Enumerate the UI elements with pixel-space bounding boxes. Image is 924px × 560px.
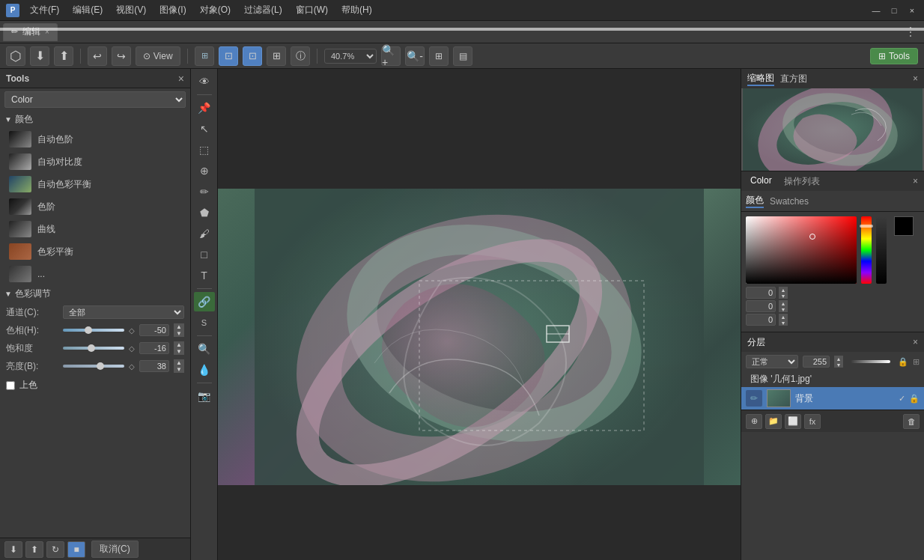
tools-panel-close[interactable]: × bbox=[178, 73, 184, 85]
minimize-button[interactable]: — bbox=[870, 4, 882, 16]
opacity-spin-up[interactable]: ▲ bbox=[834, 356, 843, 362]
hue-slider-thumb[interactable] bbox=[85, 326, 92, 334]
hue-bar[interactable] bbox=[861, 216, 872, 284]
bright-input[interactable] bbox=[139, 360, 169, 372]
panel-bottom-btn-1[interactable]: ⬇ bbox=[4, 541, 22, 558]
color-g-input[interactable] bbox=[746, 300, 776, 312]
bright-slider-track[interactable] bbox=[63, 365, 124, 368]
cancel-button[interactable]: 取消(C) bbox=[91, 541, 139, 558]
toolbar-transform-btn[interactable]: ⊞ bbox=[195, 46, 214, 66]
icon-dropper[interactable]: 💧 bbox=[194, 360, 215, 380]
tools-dropdown[interactable]: Color bbox=[4, 91, 186, 108]
icon-fill[interactable]: ⬟ bbox=[194, 203, 215, 222]
menu-file[interactable]: 文件(F) bbox=[24, 2, 65, 18]
opacity-input[interactable] bbox=[803, 356, 830, 368]
icon-search[interactable]: 🔍 bbox=[194, 339, 215, 359]
toolbar-export-btn[interactable]: ⬆ bbox=[54, 46, 73, 66]
hue-spin-up[interactable]: ▲ bbox=[174, 323, 184, 330]
zoom-in-btn[interactable]: 🔍+ bbox=[381, 46, 401, 66]
section-color-header[interactable]: ▼ 颜色 bbox=[0, 111, 190, 128]
toolbar-grid-btn[interactable]: ⊞ bbox=[267, 46, 286, 66]
icon-brush[interactable]: 🖌 bbox=[194, 224, 215, 243]
color-tab-ops[interactable]: 操作列表 bbox=[781, 175, 823, 188]
hue-input[interactable]: -50 bbox=[139, 324, 169, 336]
canvas-viewport[interactable] bbox=[218, 69, 741, 560]
tool-item-auto-levels[interactable]: 自动色阶 bbox=[0, 128, 190, 150]
tool-item-curves[interactable]: 曲线 bbox=[0, 218, 190, 240]
menu-edit[interactable]: 编辑(E) bbox=[67, 2, 109, 18]
layout-btn[interactable]: ▤ bbox=[453, 46, 472, 66]
toolbar-move-btn[interactable]: ⊡ bbox=[243, 46, 262, 66]
color-panel-close[interactable]: × bbox=[913, 176, 918, 186]
toolbar-undo-btn[interactable]: ↩ bbox=[88, 46, 107, 66]
tools-panel-btn[interactable]: ⊞ Tools bbox=[870, 48, 918, 64]
maximize-button[interactable]: □ bbox=[888, 4, 900, 16]
color-r-spin-down[interactable]: ▼ bbox=[779, 293, 788, 299]
sat-slider-track[interactable] bbox=[63, 347, 124, 350]
layers-delete-btn[interactable]: 🗑 bbox=[903, 414, 920, 429]
icon-select[interactable]: ⬚ bbox=[194, 140, 215, 159]
layer-visibility-icon[interactable]: ✓ bbox=[896, 393, 907, 404]
color-r-input[interactable] bbox=[746, 287, 776, 299]
layers-panel-close[interactable]: × bbox=[913, 337, 918, 347]
channel-select[interactable]: 全部 bbox=[63, 305, 184, 319]
color-g-spin-up[interactable]: ▲ bbox=[779, 300, 788, 306]
zoom-out-btn[interactable]: 🔍- bbox=[405, 46, 425, 66]
zoom-select[interactable]: 40.7% bbox=[324, 49, 377, 64]
color-b-spin-down[interactable]: ▼ bbox=[779, 320, 788, 326]
icon-link[interactable]: 🔗 bbox=[194, 292, 215, 311]
sat-slider-thumb[interactable] bbox=[88, 344, 95, 352]
toolbar-info-btn[interactable]: ⓘ bbox=[291, 46, 310, 66]
foreground-color[interactable] bbox=[894, 216, 914, 236]
toolbar-new-btn[interactable]: ⬡ bbox=[6, 46, 25, 66]
color-b-input[interactable] bbox=[746, 314, 776, 326]
bright-slider-thumb[interactable] bbox=[97, 362, 104, 370]
toolbar-select-btn[interactable]: ⊡ bbox=[219, 46, 238, 66]
toolbar-import-btn[interactable]: ⬇ bbox=[30, 46, 49, 66]
upper-color-checkbox[interactable] bbox=[6, 381, 15, 390]
menu-object[interactable]: 对象(O) bbox=[194, 2, 237, 18]
bright-spin-up[interactable]: ▲ bbox=[174, 359, 184, 366]
panel-bottom-btn-active[interactable]: ■ bbox=[67, 541, 85, 558]
sat-spin-up[interactable]: ▲ bbox=[174, 341, 184, 348]
icon-crosshair[interactable]: ⊕ bbox=[194, 161, 215, 180]
alpha-bar[interactable] bbox=[876, 216, 887, 284]
tab-edit[interactable]: ✏ 编辑 × bbox=[3, 23, 58, 41]
icon-text[interactable]: T bbox=[194, 266, 215, 285]
toolbar-redo-btn[interactable]: ↪ bbox=[112, 46, 131, 66]
icon-rectangle[interactable]: □ bbox=[194, 245, 215, 264]
menu-view[interactable]: 视图(V) bbox=[110, 2, 152, 18]
tool-item-auto-contrast[interactable]: 自动对比度 bbox=[0, 150, 190, 173]
layer-item-bg[interactable]: ✏ 背景 ✓ 🔒 bbox=[741, 387, 924, 410]
panel-bottom-btn-3[interactable]: ↻ bbox=[46, 541, 64, 558]
opacity-slider[interactable] bbox=[851, 360, 890, 363]
tab-bar-options[interactable]: ⋮ bbox=[900, 25, 921, 39]
tool-item-auto-color[interactable]: 自动色彩平衡 bbox=[0, 173, 190, 195]
menu-filter[interactable]: 过滤器(L) bbox=[238, 2, 288, 18]
icon-arrow[interactable]: ↖ bbox=[194, 119, 215, 139]
icon-script[interactable]: S bbox=[194, 313, 215, 332]
layers-mask-btn[interactable]: ⬜ bbox=[785, 414, 801, 429]
panel-bottom-btn-2[interactable]: ⬆ bbox=[25, 541, 43, 558]
sat-input[interactable] bbox=[139, 342, 169, 354]
tool-item-extra[interactable]: ... bbox=[0, 263, 190, 285]
histogram-tab[interactable]: 直方图 bbox=[780, 73, 807, 85]
color-subtab-swatches[interactable]: Swatches bbox=[770, 196, 809, 207]
layers-add-btn[interactable]: ⊕ bbox=[746, 414, 762, 429]
color-r-spin-up[interactable]: ▲ bbox=[779, 287, 788, 293]
hue-slider-track[interactable] bbox=[63, 329, 124, 332]
color-b-spin-up[interactable]: ▲ bbox=[779, 314, 788, 320]
thumbnail-tab[interactable]: 缩略图 bbox=[747, 72, 774, 86]
icon-pin[interactable]: 📌 bbox=[194, 98, 215, 118]
color-g-spin-down[interactable]: ▼ bbox=[779, 306, 788, 312]
menu-help[interactable]: 帮助(H) bbox=[335, 2, 378, 18]
blend-mode-select[interactable]: 正常 bbox=[746, 355, 798, 368]
bright-spin-down[interactable]: ▼ bbox=[174, 366, 184, 373]
tool-item-color-balance[interactable]: 色彩平衡 bbox=[0, 240, 190, 263]
menu-window[interactable]: 窗口(W) bbox=[290, 2, 334, 18]
layers-group-btn[interactable]: 📁 bbox=[765, 414, 782, 429]
opacity-spin-down[interactable]: ▼ bbox=[834, 362, 843, 368]
menu-image[interactable]: 图像(I) bbox=[154, 2, 192, 18]
color-gradient-box[interactable] bbox=[746, 216, 857, 284]
tool-item-levels[interactable]: 色阶 bbox=[0, 195, 190, 218]
